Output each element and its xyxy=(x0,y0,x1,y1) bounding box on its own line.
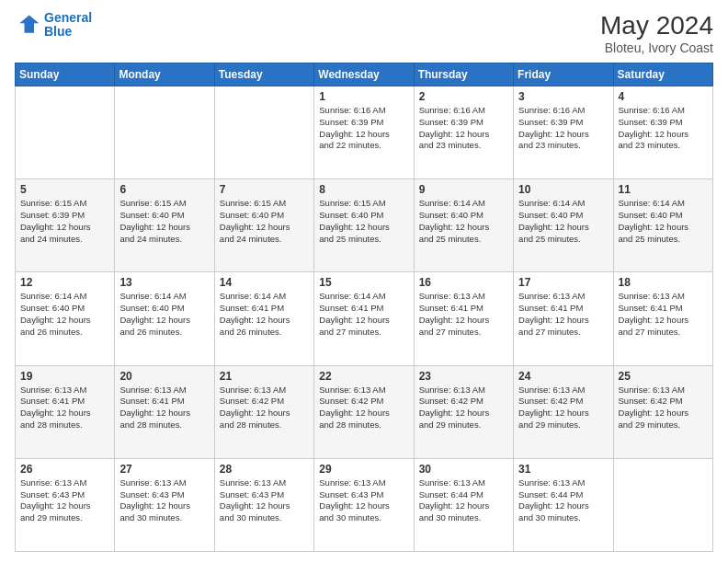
day-info: Sunrise: 6:13 AM Sunset: 6:41 PM Dayligh… xyxy=(119,385,209,431)
day-number: 31 xyxy=(518,463,608,476)
calendar-cell: 25Sunrise: 6:13 AM Sunset: 6:42 PM Dayli… xyxy=(613,365,712,458)
day-info: Sunrise: 6:14 AM Sunset: 6:41 PM Dayligh… xyxy=(220,291,309,338)
svg-marker-0 xyxy=(19,16,39,33)
day-info: Sunrise: 6:13 AM Sunset: 6:43 PM Dayligh… xyxy=(20,477,109,524)
calendar-cell: 22Sunrise: 6:13 AM Sunset: 6:42 PM Dayli… xyxy=(314,365,414,458)
calendar-cell: 7Sunrise: 6:15 AM Sunset: 6:40 PM Daylig… xyxy=(214,179,313,272)
day-info: Sunrise: 6:15 AM Sunset: 6:39 PM Dayligh… xyxy=(20,198,109,245)
calendar-cell: 24Sunrise: 6:13 AM Sunset: 6:42 PM Dayli… xyxy=(514,365,613,458)
day-info: Sunrise: 6:13 AM Sunset: 6:43 PM Dayligh… xyxy=(319,477,408,524)
title-block: May 2024 Bloteu, Ivory Coast xyxy=(600,11,713,55)
day-info: Sunrise: 6:13 AM Sunset: 6:42 PM Dayligh… xyxy=(319,385,408,431)
day-number: 30 xyxy=(419,463,508,476)
logo-line1: General xyxy=(44,10,92,25)
day-info: Sunrise: 6:13 AM Sunset: 6:44 PM Dayligh… xyxy=(518,477,608,524)
day-number: 10 xyxy=(518,183,608,196)
column-header-thursday: Thursday xyxy=(414,63,513,86)
calendar-cell: 14Sunrise: 6:14 AM Sunset: 6:41 PM Dayli… xyxy=(214,272,313,365)
day-info: Sunrise: 6:13 AM Sunset: 6:42 PM Dayligh… xyxy=(518,385,608,431)
day-info: Sunrise: 6:13 AM Sunset: 6:42 PM Dayligh… xyxy=(419,385,508,431)
calendar-cell: 16Sunrise: 6:13 AM Sunset: 6:41 PM Dayli… xyxy=(414,272,513,365)
calendar-cell: 11Sunrise: 6:14 AM Sunset: 6:40 PM Dayli… xyxy=(613,179,712,272)
day-number: 29 xyxy=(319,463,408,476)
calendar-cell: 17Sunrise: 6:13 AM Sunset: 6:41 PM Dayli… xyxy=(514,272,613,365)
calendar-week-2: 5Sunrise: 6:15 AM Sunset: 6:39 PM Daylig… xyxy=(16,179,713,272)
day-number: 15 xyxy=(319,276,408,289)
calendar-cell: 20Sunrise: 6:13 AM Sunset: 6:41 PM Dayli… xyxy=(115,365,214,458)
day-number: 25 xyxy=(619,370,708,383)
calendar-cell: 4Sunrise: 6:16 AM Sunset: 6:39 PM Daylig… xyxy=(613,86,712,179)
day-info: Sunrise: 6:16 AM Sunset: 6:39 PM Dayligh… xyxy=(419,105,508,152)
column-header-wednesday: Wednesday xyxy=(314,63,414,86)
day-number: 22 xyxy=(319,370,408,383)
calendar-table: SundayMondayTuesdayWednesdayThursdayFrid… xyxy=(15,63,713,552)
day-info: Sunrise: 6:14 AM Sunset: 6:40 PM Dayligh… xyxy=(419,198,508,245)
day-info: Sunrise: 6:15 AM Sunset: 6:40 PM Dayligh… xyxy=(319,198,408,245)
day-info: Sunrise: 6:13 AM Sunset: 6:42 PM Dayligh… xyxy=(220,385,309,431)
day-info: Sunrise: 6:13 AM Sunset: 6:41 PM Dayligh… xyxy=(419,291,508,338)
day-info: Sunrise: 6:14 AM Sunset: 6:40 PM Dayligh… xyxy=(119,291,209,338)
calendar-cell: 6Sunrise: 6:15 AM Sunset: 6:40 PM Daylig… xyxy=(115,179,214,272)
day-info: Sunrise: 6:13 AM Sunset: 6:41 PM Dayligh… xyxy=(619,291,708,338)
day-number: 19 xyxy=(20,370,109,383)
calendar-header-row: SundayMondayTuesdayWednesdayThursdayFrid… xyxy=(16,63,713,86)
calendar-week-1: 1Sunrise: 6:16 AM Sunset: 6:39 PM Daylig… xyxy=(16,86,713,179)
column-header-saturday: Saturday xyxy=(613,63,712,86)
day-info: Sunrise: 6:14 AM Sunset: 6:40 PM Dayligh… xyxy=(518,198,608,245)
day-number: 21 xyxy=(220,370,309,383)
column-header-monday: Monday xyxy=(115,63,214,86)
day-number: 6 xyxy=(119,183,209,196)
day-info: Sunrise: 6:16 AM Sunset: 6:39 PM Dayligh… xyxy=(619,105,708,152)
day-number: 4 xyxy=(619,90,708,103)
calendar-cell: 18Sunrise: 6:13 AM Sunset: 6:41 PM Dayli… xyxy=(613,272,712,365)
day-info: Sunrise: 6:13 AM Sunset: 6:43 PM Dayligh… xyxy=(119,477,209,524)
day-info: Sunrise: 6:13 AM Sunset: 6:43 PM Dayligh… xyxy=(220,477,309,524)
calendar-cell: 13Sunrise: 6:14 AM Sunset: 6:40 PM Dayli… xyxy=(115,272,214,365)
day-number: 26 xyxy=(20,463,109,476)
main-title: May 2024 xyxy=(600,11,713,40)
day-number: 7 xyxy=(220,183,309,196)
calendar-cell: 2Sunrise: 6:16 AM Sunset: 6:39 PM Daylig… xyxy=(414,86,513,179)
day-number: 14 xyxy=(220,276,309,289)
day-info: Sunrise: 6:14 AM Sunset: 6:40 PM Dayligh… xyxy=(20,291,109,338)
calendar-cell: 9Sunrise: 6:14 AM Sunset: 6:40 PM Daylig… xyxy=(414,179,513,272)
day-number: 20 xyxy=(119,370,209,383)
calendar-cell: 29Sunrise: 6:13 AM Sunset: 6:43 PM Dayli… xyxy=(314,458,414,551)
calendar-cell: 3Sunrise: 6:16 AM Sunset: 6:39 PM Daylig… xyxy=(514,86,613,179)
calendar-cell xyxy=(115,86,214,179)
logo: General Blue xyxy=(15,11,92,40)
day-info: Sunrise: 6:15 AM Sunset: 6:40 PM Dayligh… xyxy=(220,198,309,245)
day-number: 16 xyxy=(419,276,508,289)
logo-text: General Blue xyxy=(44,11,92,40)
day-info: Sunrise: 6:13 AM Sunset: 6:42 PM Dayligh… xyxy=(619,385,708,431)
subtitle: Bloteu, Ivory Coast xyxy=(600,40,713,55)
day-info: Sunrise: 6:13 AM Sunset: 6:41 PM Dayligh… xyxy=(518,291,608,338)
day-info: Sunrise: 6:13 AM Sunset: 6:41 PM Dayligh… xyxy=(20,385,109,431)
calendar-cell: 31Sunrise: 6:13 AM Sunset: 6:44 PM Dayli… xyxy=(514,458,613,551)
logo-icon xyxy=(15,12,40,38)
day-number: 1 xyxy=(319,90,408,103)
day-number: 12 xyxy=(20,276,109,289)
day-number: 24 xyxy=(518,370,608,383)
day-number: 5 xyxy=(20,183,109,196)
calendar-cell: 8Sunrise: 6:15 AM Sunset: 6:40 PM Daylig… xyxy=(314,179,414,272)
day-info: Sunrise: 6:16 AM Sunset: 6:39 PM Dayligh… xyxy=(518,105,608,152)
calendar-cell: 23Sunrise: 6:13 AM Sunset: 6:42 PM Dayli… xyxy=(414,365,513,458)
day-info: Sunrise: 6:15 AM Sunset: 6:40 PM Dayligh… xyxy=(119,198,209,245)
day-number: 27 xyxy=(119,463,209,476)
day-number: 28 xyxy=(220,463,309,476)
calendar-cell: 15Sunrise: 6:14 AM Sunset: 6:41 PM Dayli… xyxy=(314,272,414,365)
calendar-cell xyxy=(214,86,313,179)
day-info: Sunrise: 6:14 AM Sunset: 6:40 PM Dayligh… xyxy=(619,198,708,245)
day-number: 13 xyxy=(119,276,209,289)
logo-line2: Blue xyxy=(44,24,72,39)
header: General Blue May 2024 Bloteu, Ivory Coas… xyxy=(15,11,713,55)
day-number: 9 xyxy=(419,183,508,196)
calendar-week-5: 26Sunrise: 6:13 AM Sunset: 6:43 PM Dayli… xyxy=(16,458,713,551)
calendar-cell: 10Sunrise: 6:14 AM Sunset: 6:40 PM Dayli… xyxy=(514,179,613,272)
day-number: 2 xyxy=(419,90,508,103)
day-info: Sunrise: 6:14 AM Sunset: 6:41 PM Dayligh… xyxy=(319,291,408,338)
calendar-cell: 21Sunrise: 6:13 AM Sunset: 6:42 PM Dayli… xyxy=(214,365,313,458)
calendar-cell: 19Sunrise: 6:13 AM Sunset: 6:41 PM Dayli… xyxy=(16,365,115,458)
calendar-cell: 26Sunrise: 6:13 AM Sunset: 6:43 PM Dayli… xyxy=(16,458,115,551)
